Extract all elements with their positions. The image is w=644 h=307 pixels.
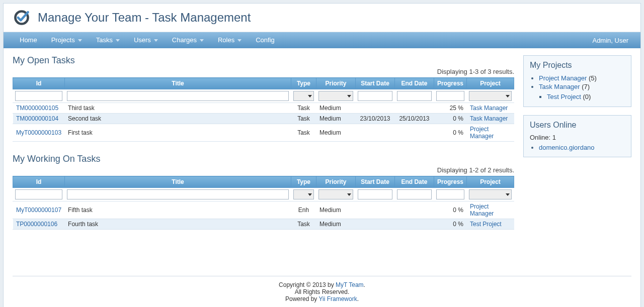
nav-label: Projects (51, 32, 75, 48)
cell: Medium (316, 124, 355, 142)
project-link[interactable]: Test Project (547, 93, 581, 100)
cell: Project Manager (467, 124, 514, 142)
team-link[interactable]: MyT Team (336, 281, 364, 288)
filter-input[interactable] (436, 189, 464, 199)
filter-input[interactable] (67, 189, 289, 199)
column-header[interactable]: End Date (394, 78, 434, 89)
filter-select[interactable] (469, 189, 512, 199)
table-row: MyT0000000103First taskTaskMedium0 %Proj… (13, 124, 514, 142)
filter-input[interactable] (67, 91, 289, 101)
filter-select[interactable] (469, 91, 512, 101)
task-id-link[interactable]: TM0000000104 (16, 115, 58, 122)
column-header[interactable]: Project (467, 176, 514, 188)
copyright-text: Copyright © 2013 by (279, 281, 336, 288)
column-header[interactable]: Priority (316, 176, 355, 188)
nav-item-charges[interactable]: Charges (165, 32, 211, 48)
filter-select[interactable] (293, 91, 314, 101)
filter-input[interactable] (436, 91, 464, 101)
open-tasks-table: IdTitleTypePriorityStart DateEnd DatePro… (13, 77, 514, 142)
nav-item-config[interactable]: Config (249, 32, 282, 48)
column-header[interactable]: Progress (434, 78, 466, 89)
column-header[interactable]: Start Date (355, 176, 394, 188)
cell: 23/10/2013 (355, 114, 394, 124)
project-link[interactable]: Project Manager (539, 74, 587, 82)
cell: Task (291, 219, 316, 230)
caret-down-icon (154, 39, 158, 42)
nav-item-roles[interactable]: Roles (211, 32, 249, 48)
cell: First task (65, 124, 291, 142)
powered-text: Powered by (285, 295, 319, 302)
filter-input[interactable] (397, 189, 432, 199)
chevron-down-icon (506, 95, 510, 97)
filter-input[interactable] (15, 189, 62, 199)
online-count: Online: 1 (530, 134, 625, 141)
table-row: MyT0000000107Fifth taskEnhMedium0 %Proje… (13, 201, 514, 219)
nav-item-projects[interactable]: Projects (44, 32, 89, 48)
nav-item-users[interactable]: Users (127, 32, 165, 48)
column-header[interactable]: Project (467, 78, 514, 89)
nav-item-home[interactable]: Home (13, 32, 44, 48)
project-link[interactable]: Task Manager (539, 83, 580, 90)
cell: 25/10/2013 (394, 114, 434, 124)
filter-input[interactable] (358, 91, 392, 101)
cell (355, 219, 394, 230)
column-header[interactable]: End Date (394, 176, 434, 188)
cell: Medium (316, 219, 355, 230)
column-header[interactable]: Type (291, 78, 316, 89)
open-tasks-summary: Displaying 1-3 of 3 results. (13, 68, 514, 75)
project-link[interactable]: Task Manager (470, 115, 508, 122)
nav-item-tasks[interactable]: Tasks (89, 32, 127, 48)
column-header[interactable]: Type (291, 176, 316, 188)
filter-select[interactable] (318, 91, 353, 101)
cell: MyT0000000103 (13, 124, 65, 142)
cell (394, 103, 434, 114)
cell: Medium (316, 103, 355, 114)
cell: 0 % (434, 219, 466, 230)
project-link[interactable]: Project Manager (470, 126, 494, 140)
filter-select[interactable] (293, 189, 314, 199)
cell: Task (291, 114, 316, 124)
cell (394, 201, 434, 219)
filter-input[interactable] (397, 91, 432, 101)
column-header[interactable]: Title (65, 176, 291, 188)
project-item: Test Project (0) (547, 92, 625, 101)
working-tasks-summary: Displaying 1-2 of 2 results. (13, 166, 514, 174)
cell: Enh (291, 201, 316, 219)
column-header[interactable]: Start Date (355, 78, 394, 89)
filter-select[interactable] (318, 189, 353, 199)
cell: Medium (316, 114, 355, 124)
users-online-portlet: Users Online Online: 1 domenico.giordano (523, 115, 631, 157)
project-count: (7) (580, 83, 590, 90)
user-link[interactable]: domenico.giordano (539, 144, 595, 151)
task-id-link[interactable]: MyT0000000107 (16, 207, 61, 214)
chevron-down-icon (308, 95, 312, 97)
user-menu[interactable]: Admin, User (592, 37, 631, 44)
column-header[interactable]: Id (13, 176, 65, 188)
main-nav: HomeProjectsTasksUsersChargesRolesConfig… (4, 32, 640, 48)
project-link[interactable]: Task Manager (470, 105, 508, 112)
user-label: Admin, User (592, 37, 628, 44)
project-link[interactable]: Project Manager (470, 203, 494, 217)
task-id-link[interactable]: MyT0000000103 (16, 129, 61, 136)
cell: 0 % (434, 124, 466, 142)
rights-text: All Rights Reserved. (4, 288, 640, 295)
chevron-down-icon (347, 193, 351, 196)
project-link[interactable]: Test Project (470, 221, 502, 228)
cell: TP0000000106 (13, 219, 65, 230)
nav-label: Home (20, 32, 37, 48)
column-header[interactable]: Title (65, 78, 291, 89)
task-id-link[interactable]: TM0000000105 (16, 105, 58, 112)
chevron-down-icon (308, 193, 312, 196)
framework-link[interactable]: Yii Framework (318, 295, 357, 302)
column-header[interactable]: Priority (316, 78, 355, 89)
my-projects-heading: My Projects (530, 61, 625, 70)
filter-input[interactable] (15, 91, 62, 101)
task-id-link[interactable]: TP0000000106 (16, 221, 57, 228)
filter-input[interactable] (358, 189, 392, 199)
column-header[interactable]: Id (13, 78, 65, 89)
nav-label: Roles (218, 32, 234, 48)
nav-label: Users (134, 32, 151, 48)
column-header[interactable]: Progress (434, 176, 466, 188)
caret-down-icon (237, 39, 242, 42)
cell: Task (291, 103, 316, 114)
